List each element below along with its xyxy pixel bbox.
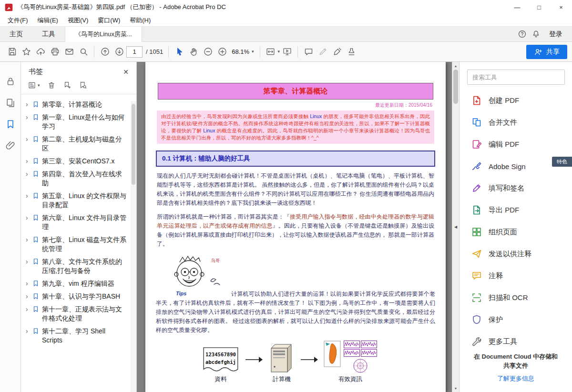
fit-width-button[interactable] [264,45,278,59]
scroll-down-arrow-icon[interactable]: ▼ [452,385,459,392]
page-number-input[interactable] [126,46,143,58]
help-icon[interactable] [518,30,527,39]
chevron-right-icon[interactable]: › [26,135,31,144]
menu-item-4[interactable]: 帮助(H) [125,15,155,26]
tab-home[interactable]: 主页 [0,27,32,41]
email-button[interactable] [62,45,76,59]
star-button[interactable] [19,45,33,59]
tool-item[interactable]: 创建 PDF [460,90,572,111]
tool-item[interactable]: 组织页面 [460,221,572,243]
scrollbar-thumb[interactable] [132,104,135,185]
bookmark-item[interactable]: › 第四章、首次登入与在线求助 [26,168,127,190]
comment-button[interactable] [301,45,316,59]
bookmark-label[interactable]: 第二章、主机规划与磁盘分区 [42,135,127,153]
delete-bookmark-icon[interactable] [47,81,56,90]
tool-item[interactable]: 编辑 PDF [460,133,572,155]
zoom-level-dropdown[interactable]: 68.1%▾ [229,48,256,55]
chevron-right-icon[interactable]: › [26,100,31,109]
bookmarks-panel-icon[interactable] [5,119,16,130]
page-thumbnails-icon[interactable] [5,98,16,108]
bookmark-label[interactable]: 第五章、Linux 的文件权限与目录配置 [42,191,127,210]
bookmark-item[interactable]: › 第五章、Linux 的文件权限与目录配置 [26,190,127,211]
print-button[interactable] [48,45,62,59]
bookmark-item[interactable]: › 第六章、Linux 文件与目录管理 [26,211,127,233]
bookmark-label[interactable]: 第九章、vim 程序编辑器 [42,279,127,288]
menu-item-2[interactable]: 视图(V) [63,15,93,26]
chevron-right-icon[interactable]: › [26,157,31,166]
chevron-right-icon[interactable]: › [26,213,31,222]
bookmark-label[interactable]: 第四章、首次登入与在线求助 [42,170,127,188]
bookmark-label[interactable]: 第七章、Linux 磁盘与文件系统管理 [42,235,127,253]
chevron-right-icon[interactable]: › [26,305,31,314]
hand-tool-button[interactable] [186,45,201,59]
tool-item[interactable]: 合并文件 [460,111,572,133]
sign-in-button[interactable]: 登录 [545,30,566,39]
tool-item[interactable]: 保护 [460,309,572,331]
bookmarks-scrollbar[interactable] [131,101,136,392]
stamp-button[interactable] [344,45,358,59]
tab-tools[interactable]: 工具 [32,27,65,41]
bookmark-item[interactable]: › 第十二章、学习 Shell Scripts [26,325,127,347]
close-button[interactable]: × [550,0,572,14]
pencil-button[interactable] [316,45,330,59]
share-button[interactable]: 共享 [526,45,567,59]
bookmark-item[interactable]: › 第十章、认识与学习BASH [26,290,127,303]
chevron-right-icon[interactable]: › [26,292,31,301]
reading-mode-button[interactable] [280,45,294,59]
chevron-right-icon[interactable]: › [26,113,31,122]
bookmark-label[interactable]: 第零章、计算器概论 [42,100,127,109]
tool-item[interactable]: 发送以供注释 [460,243,572,265]
select-tool-button[interactable] [172,45,186,59]
next-page-button[interactable] [112,45,126,59]
chevron-right-icon[interactable]: › [26,279,31,288]
document-scrollbar[interactable]: ▲ ◀ ▼ [452,62,459,392]
bookmark-label[interactable]: 第十章、认识与学习BASH [42,292,127,301]
bookmark-item[interactable]: › 第一章、Linux是什么与如何学习 [26,111,127,133]
search-tools-input[interactable] [467,70,565,85]
tool-item[interactable]: 导出 PDF [460,199,572,221]
tool-item[interactable]: 扫描和 OCR [460,287,572,309]
bookmark-options-button[interactable]: ▾ [28,81,40,90]
bookmark-item[interactable]: › 第二章、主机规划与磁盘分区 [26,133,127,155]
close-panel-icon[interactable]: ✕ [121,68,131,76]
previous-page-button[interactable] [98,45,112,59]
bookmark-item[interactable]: › 第十一章、正规表示法与文件格式化处理 [26,303,127,325]
bookmark-item[interactable]: › 第八章、文件与文件系统的压缩,打包与备份 [26,255,127,277]
security-lock-icon[interactable] [5,76,16,87]
tool-item[interactable]: Adobe Sign 特色 [460,155,572,177]
tool-item[interactable]: 填写和签名 [460,177,572,199]
bookmark-label[interactable]: 第三章、安装CentOS7.x [42,157,127,166]
learn-more-link[interactable]: 了解更多信息 [471,374,561,383]
chevron-right-icon[interactable]: › [26,257,31,266]
minimize-button[interactable]: — [506,0,528,14]
zoom-out-button[interactable] [201,45,215,59]
chevron-right-icon[interactable]: › [26,327,31,336]
notifications-bell-icon[interactable] [531,30,541,39]
bookmark-label[interactable]: 第一章、Linux是什么与如何学习 [42,113,127,131]
find-bookmark-icon[interactable] [79,81,87,90]
bookmark-label[interactable]: 第六章、Linux 文件与目录管理 [42,213,127,231]
maximize-button[interactable]: □ [528,0,550,14]
attachments-paperclip-icon[interactable] [5,141,16,151]
sign-button[interactable] [330,45,344,59]
zoom-in-button[interactable] [215,45,229,59]
scroll-up-arrow-icon[interactable]: ▲ [452,62,459,69]
bookmark-item[interactable]: › 第九章、vim 程序编辑器 [26,277,127,290]
chevron-right-icon[interactable]: › [26,191,31,201]
new-bookmark-icon[interactable] [63,81,72,90]
find-button[interactable] [76,45,91,59]
chevron-right-icon[interactable]: › [26,170,31,179]
menu-item-3[interactable]: 窗口(W) [93,15,125,26]
bookmark-label[interactable]: 第十一章、正规表示法与文件格式化处理 [42,305,127,323]
tab-document[interactable]: 《鸟哥的Linux房菜... [65,27,142,42]
tool-item[interactable]: 注释 [460,265,572,287]
chevron-right-icon[interactable]: › [26,235,31,244]
bookmark-item[interactable]: › 第七章、Linux 磁盘与文件系统管理 [26,233,127,255]
menu-item-1[interactable]: 编辑(E) [33,15,63,26]
menu-item-0[interactable]: 文件(F) [3,15,33,26]
scrollbar-thumb[interactable] [453,70,458,104]
save-button[interactable] [5,45,19,59]
collapse-panel-icon[interactable]: ◀ [452,221,459,233]
bookmark-label[interactable]: 第十二章、学习 Shell Scripts [42,327,127,345]
bookmark-label[interactable]: 第八章、文件与文件系统的压缩,打包与备份 [42,257,127,275]
